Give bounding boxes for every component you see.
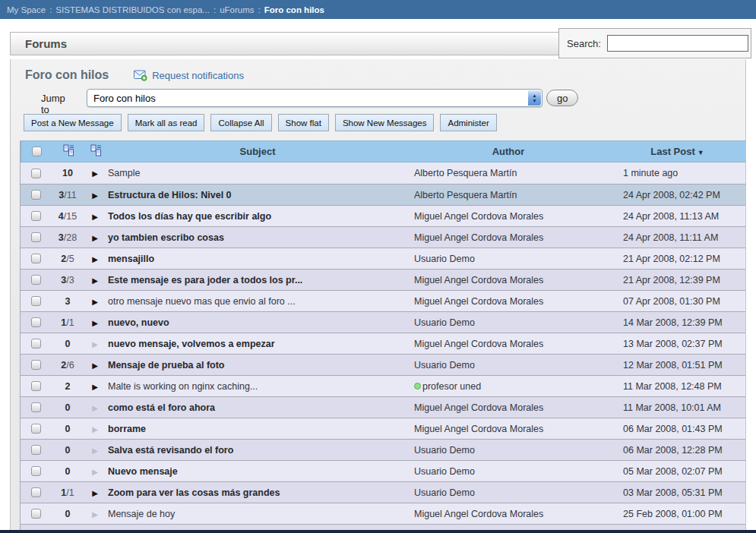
table-row[interactable]: 2▶Malte is working on nginx caching...pr…: [21, 375, 746, 396]
thread-subject[interactable]: Salva está revisando el foro: [108, 445, 233, 456]
table-row[interactable]: 0▶como está el foro ahoraMiguel Angel Co…: [21, 396, 746, 418]
breadcrumb-item[interactable]: uForums: [220, 5, 254, 14]
column-header-last-post[interactable]: Last Post▼: [608, 146, 746, 157]
search-box: Search:: [558, 28, 751, 58]
thread-last-post: 21 Apr 2008, 12:39 PM: [607, 275, 746, 285]
table-row[interactable]: 3/28▶yo tambien escribo cosasMiguel Ange…: [21, 226, 746, 248]
table-row[interactable]: 4/15▶Todos los días hay que escribir alg…: [21, 205, 746, 226]
table-row[interactable]: 1/1▶Zoom para ver las cosas más grandesU…: [21, 481, 746, 503]
thread-subject[interactable]: como está el foro ahora: [108, 402, 215, 413]
row-checkbox[interactable]: [31, 317, 41, 327]
reply-count: 3/3: [51, 275, 84, 285]
search-input[interactable]: [607, 35, 748, 52]
breadcrumb-separator: :: [258, 5, 261, 14]
column-header-author[interactable]: Author: [409, 146, 608, 157]
expand-icon[interactable]: ▶: [92, 340, 98, 348]
thread-subject[interactable]: Mensaje de hoy: [108, 509, 175, 519]
table-row[interactable]: 2/6▶Mensaje de prueba al fotoUsuario Dem…: [21, 354, 746, 375]
column-header-subject[interactable]: Subject: [106, 146, 409, 157]
thread-subject[interactable]: Nuevo mensaje: [108, 466, 178, 477]
expand-icon[interactable]: ▶: [92, 425, 98, 434]
expand-icon[interactable]: ▶: [92, 383, 98, 391]
reply-count: 1/1: [51, 487, 84, 498]
table-row[interactable]: 2/5▶mensajilloUsuario Demo21 Apr 2008, 0…: [21, 248, 746, 269]
toolbar-button[interactable]: Mark all as read: [128, 114, 205, 131]
table-row[interactable]: 0▶Nuevo mensajeUsuario Demo05 Mar 2008, …: [21, 460, 746, 481]
thread-subject[interactable]: nuevo mensaje, volvemos a empezar: [108, 339, 275, 349]
request-notifications-link[interactable]: Request notifications: [134, 70, 244, 81]
table-row[interactable]: 0▶nuevo mensaje, volvemos a empezarMigue…: [21, 333, 746, 354]
expand-icon[interactable]: ▶: [92, 191, 98, 200]
expand-icon[interactable]: ▶: [92, 446, 98, 455]
table-row[interactable]: 0▶borrameMiguel Angel Cordova Morales06 …: [21, 418, 746, 439]
row-checkbox[interactable]: [31, 190, 41, 200]
row-checkbox[interactable]: [31, 360, 41, 370]
table-row[interactable]: 1/1▶nuevo, nuevoUsuario Demo14 Mar 2008,…: [21, 311, 746, 333]
expand-icon[interactable]: ▶: [92, 276, 98, 285]
thread-subject[interactable]: Todos los días hay que escribir algo: [108, 211, 271, 222]
go-button[interactable]: go: [546, 90, 578, 106]
breadcrumb-item[interactable]: My Space: [7, 5, 46, 14]
expand-icon[interactable]: ▶: [92, 489, 98, 497]
thread-subject[interactable]: Zoom para ver las cosas más grandes: [108, 487, 280, 498]
toolbar-button[interactable]: Show flat: [278, 114, 329, 131]
row-checkbox[interactable]: [31, 445, 41, 455]
toolbar-button[interactable]: Collapse All: [210, 114, 271, 131]
row-checkbox[interactable]: [31, 232, 41, 242]
thread-subject[interactable]: Este mensaje es para joder a todos los p…: [108, 275, 302, 285]
search-label: Search:: [567, 38, 601, 49]
expand-icon[interactable]: ▶: [92, 298, 98, 306]
thread-subject[interactable]: nuevo, nuevo: [108, 317, 169, 328]
reply-count: 0: [51, 466, 84, 477]
row-checkbox[interactable]: [31, 254, 41, 263]
expand-icon[interactable]: ▶: [92, 169, 98, 178]
expand-icon[interactable]: ▶: [92, 361, 98, 370]
row-checkbox[interactable]: [31, 296, 41, 306]
row-checkbox[interactable]: [31, 402, 41, 412]
table-row[interactable]: 0▶Mensaje de hoyMiguel Angel Cordova Mor…: [21, 503, 746, 524]
thread-last-post: 06 Mar 2008, 01:43 PM: [607, 424, 746, 434]
expand-icon[interactable]: ▶: [92, 213, 98, 221]
table-row[interactable]: 3/11▶Estructura de Hilos: Nivel 0Alberto…: [21, 184, 746, 205]
expand-icon[interactable]: ▶: [92, 319, 98, 327]
row-checkbox[interactable]: [31, 169, 41, 178]
jump-to-select[interactable]: Foro con hilos ▲▼: [87, 89, 542, 107]
row-checkbox[interactable]: [31, 339, 41, 348]
toolbar-button[interactable]: Administer: [440, 114, 496, 131]
thread-subject[interactable]: Malte is working on nginx caching...: [108, 381, 258, 392]
row-checkbox[interactable]: [31, 211, 41, 221]
table-row[interactable]: 3▶otro mensaje nuevo mas que envio al fo…: [21, 290, 746, 311]
toolbar-button[interactable]: Show New Messages: [335, 114, 435, 131]
table-row[interactable]: 10▶SampleAlberto Pesquera Martín1 minute…: [21, 162, 746, 184]
sort-desc-icon: ▼: [697, 149, 704, 156]
thread-subject[interactable]: yo tambien escribo cosas: [108, 232, 224, 243]
row-checkbox[interactable]: [31, 466, 41, 476]
request-notifications-label: Request notifications: [152, 70, 244, 81]
expand-icon[interactable]: ▶: [92, 510, 98, 519]
row-checkbox[interactable]: [31, 424, 41, 434]
row-checkbox[interactable]: [31, 509, 41, 519]
thread-last-post: 03 Mar 2008, 05:31 PM: [607, 487, 746, 498]
thread-subject[interactable]: otro mensaje nuevo mas que envio al foro…: [108, 296, 296, 307]
breadcrumb-item[interactable]: SISTEMAS DISTRIBUIDOS con espa...: [55, 5, 210, 14]
expand-icon[interactable]: ▶: [92, 255, 98, 263]
row-checkbox[interactable]: [31, 487, 41, 497]
toolbar-button[interactable]: Post a New Message: [24, 114, 122, 131]
row-checkbox[interactable]: [31, 381, 41, 391]
thread-subject[interactable]: borrame: [108, 424, 146, 434]
toolbar: Post a New MessageMark all as readCollap…: [24, 114, 503, 131]
thread-subject[interactable]: Sample: [108, 168, 140, 178]
table-row[interactable]: 3/3▶Este mensaje es para joder a todos l…: [21, 269, 746, 290]
thread-last-post: 1 minute ago: [607, 168, 746, 178]
thread-author: Usuario Demo: [414, 360, 475, 371]
thread-subject[interactable]: Estructura de Hilos: Nivel 0: [108, 190, 232, 200]
expand-icon[interactable]: ▶: [92, 468, 98, 476]
thread-last-post: 05 Mar 2008, 02:07 PM: [607, 466, 746, 477]
select-all-checkbox[interactable]: [32, 147, 42, 156]
expand-icon[interactable]: ▶: [92, 234, 98, 242]
thread-subject[interactable]: Mensaje de prueba al foto: [108, 360, 225, 371]
thread-subject[interactable]: mensajillo: [108, 254, 154, 264]
expand-icon[interactable]: ▶: [92, 404, 98, 412]
table-row[interactable]: 0▶Salva está revisando el foroUsuario De…: [21, 439, 746, 460]
row-checkbox[interactable]: [31, 275, 41, 285]
